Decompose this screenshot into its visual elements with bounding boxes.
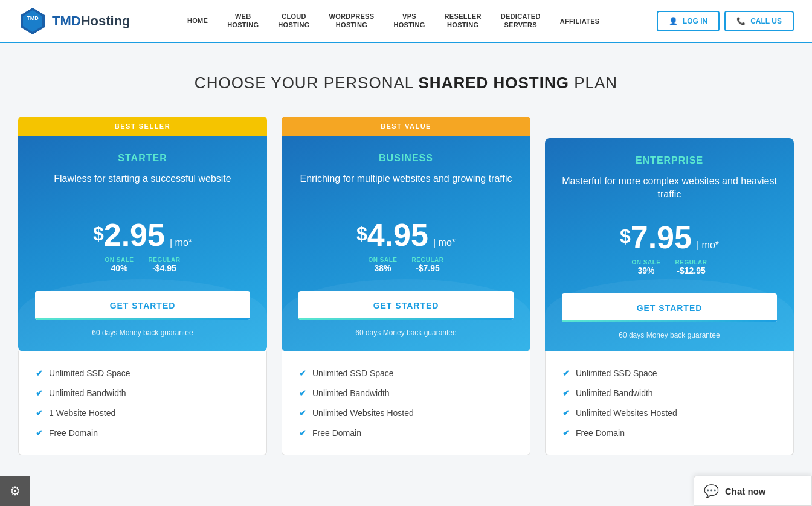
money-back-business: 60 days Money back guarantee — [298, 328, 514, 337]
price-meta-business: ON SALE 38% REGULAR -$7.95 — [298, 257, 514, 273]
feature-item: ✔Unlimited Bandwidth — [299, 383, 513, 403]
check-icon: ✔ — [299, 388, 306, 398]
check-icon: ✔ — [562, 408, 570, 418]
user-icon: 👤 — [669, 17, 678, 25]
features-enterprise: ✔Unlimited SSD Space ✔Unlimited Bandwidt… — [545, 351, 794, 455]
check-icon: ✔ — [299, 368, 306, 378]
callus-label: CALL US — [750, 17, 782, 25]
price-main-enterprise: $7.95 — [620, 222, 692, 253]
check-icon: ✔ — [36, 388, 43, 398]
page-title: CHOOSE YOUR PERSONAL SHARED HOSTING PLAN — [18, 74, 794, 92]
header: TMD TMDHosting HOME WEBHOSTING CLOUDHOST… — [0, 0, 812, 43]
pricing-card-starter: STARTER Flawless for starting a successf… — [18, 136, 267, 351]
check-icon: ✔ — [36, 408, 43, 418]
logo[interactable]: TMD TMDHosting — [18, 7, 130, 36]
main-content: CHOOSE YOUR PERSONAL SHARED HOSTING PLAN… — [0, 43, 812, 473]
price-section-business: $4.95 | mo* ON SALE 38% REGULAR -$7.95 — [298, 219, 514, 273]
check-icon: ✔ — [36, 368, 43, 378]
get-started-enterprise[interactable]: GET STARTED — [562, 293, 777, 322]
plan-desc-starter: Flawless for starting a successful websi… — [35, 172, 250, 201]
callus-button[interactable]: 📞 CALL US — [724, 11, 794, 31]
nav-web-hosting[interactable]: WEBHOSTING — [218, 0, 268, 43]
login-label: LOG IN — [683, 17, 707, 25]
nav-home[interactable]: HOME — [178, 0, 218, 43]
feature-item: ✔Unlimited Bandwidth — [36, 383, 250, 403]
plan-name-enterprise: ENTERPRISE — [562, 155, 777, 166]
badge-best-seller: BEST SELLER — [18, 117, 267, 136]
check-icon: ✔ — [299, 408, 306, 418]
badge-best-value: BEST VALUE — [282, 117, 530, 136]
price-per-starter: | mo* — [170, 237, 192, 248]
page-title-prefix: CHOOSE YOUR PERSONAL — [195, 74, 419, 92]
nav-wordpress-hosting[interactable]: WORDPRESSHOSTING — [320, 0, 384, 43]
page-title-bold: SHARED HOSTING — [419, 74, 569, 92]
nav-reseller-hosting[interactable]: RESELLERHOSTING — [435, 0, 491, 43]
page-title-suffix: PLAN — [569, 74, 617, 92]
feature-item: ✔Unlimited Bandwidth — [562, 383, 776, 403]
price-per-business: | mo* — [433, 237, 456, 248]
plan-desc-business: Enriching for multiple websites and grow… — [298, 172, 514, 201]
get-started-business[interactable]: GET STARTED — [298, 291, 514, 320]
nav-vps-hosting[interactable]: VPSHOSTING — [384, 0, 434, 43]
price-meta-enterprise: ON SALE 39% REGULAR -$12.95 — [562, 259, 777, 275]
features-starter: ✔Unlimited SSD Space ✔Unlimited Bandwidt… — [18, 351, 267, 455]
price-section-starter: $2.95 | mo* ON SALE 40% REGULAR -$4.95 — [35, 219, 250, 273]
feature-item: ✔Free Domain — [36, 423, 250, 443]
login-button[interactable]: 👤 LOG IN — [657, 11, 720, 31]
feature-item: ✔Unlimited Websites Hosted — [562, 403, 776, 423]
badge-placeholder-enterprise — [545, 117, 794, 138]
check-icon: ✔ — [36, 428, 43, 438]
check-icon: ✔ — [562, 428, 570, 438]
svg-text:TMD: TMD — [27, 15, 39, 21]
feature-item: ✔1 Website Hosted — [36, 403, 250, 423]
pricing-grid: BEST SELLER STARTER Flawless for startin… — [18, 117, 794, 455]
plan-business: BEST VALUE BUSINESS Enriching for multip… — [282, 117, 530, 455]
pricing-card-business: BUSINESS Enriching for multiple websites… — [282, 136, 530, 351]
nav-cloud-hosting[interactable]: CLOUDHOSTING — [268, 0, 319, 43]
phone-icon: 📞 — [736, 17, 746, 25]
feature-item: ✔Unlimited SSD Space — [36, 363, 250, 383]
check-icon: ✔ — [562, 388, 570, 398]
feature-item: ✔Free Domain — [299, 423, 513, 443]
feature-item: ✔Unlimited SSD Space — [562, 363, 776, 383]
logo-label: TMDHosting — [52, 13, 130, 29]
plan-name-business: BUSINESS — [298, 153, 514, 164]
price-meta-starter: ON SALE 40% REGULAR -$4.95 — [35, 257, 250, 273]
header-actions: 👤 LOG IN 📞 CALL US — [657, 11, 794, 31]
features-business: ✔Unlimited SSD Space ✔Unlimited Bandwidt… — [282, 351, 530, 455]
pricing-card-enterprise: ENTERPRISE Masterful for more complex we… — [545, 138, 794, 351]
check-icon: ✔ — [299, 428, 306, 438]
feature-item: ✔Unlimited SSD Space — [299, 363, 513, 383]
nav-dedicated-servers[interactable]: DEDICATEDSERVERS — [491, 0, 550, 43]
feature-item: ✔Free Domain — [562, 423, 776, 443]
price-per-enterprise: | mo* — [697, 240, 719, 251]
plan-name-starter: STARTER — [35, 153, 250, 164]
check-icon: ✔ — [562, 368, 570, 378]
money-back-enterprise: 60 days Money back guarantee — [562, 331, 777, 339]
feature-item: ✔Unlimited Websites Hosted — [299, 403, 513, 423]
plan-desc-enterprise: Masterful for more complex websites and … — [562, 175, 777, 203]
get-started-starter[interactable]: GET STARTED — [35, 291, 250, 320]
plan-starter: BEST SELLER STARTER Flawless for startin… — [18, 117, 267, 455]
nav-affiliates[interactable]: AFFILIATES — [550, 0, 610, 43]
price-main-starter: $2.95 — [93, 219, 165, 251]
money-back-starter: 60 days Money back guarantee — [35, 328, 250, 337]
price-section-enterprise: $7.95 | mo* ON SALE 39% REGULAR -$12.95 — [562, 222, 777, 275]
plan-enterprise: ENTERPRISE Masterful for more complex we… — [545, 117, 794, 455]
main-nav: HOME WEBHOSTING CLOUDHOSTING WORDPRESSHO… — [178, 0, 610, 43]
price-main-business: $4.95 — [356, 219, 428, 251]
